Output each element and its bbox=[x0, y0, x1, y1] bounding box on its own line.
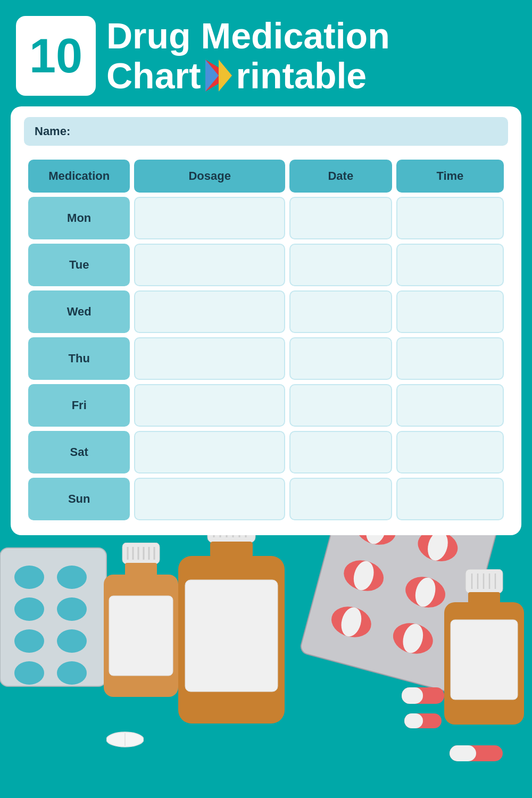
svg-rect-55 bbox=[450, 745, 476, 761]
title-line1: Drug Medication bbox=[106, 16, 390, 56]
svg-rect-3 bbox=[0, 548, 106, 686]
svg-rect-19 bbox=[125, 563, 157, 576]
svg-rect-29 bbox=[210, 542, 253, 558]
svg-point-8 bbox=[14, 629, 44, 653]
table-row: Fri bbox=[28, 384, 504, 427]
svg-rect-51 bbox=[468, 592, 500, 604]
bottle-large-icon bbox=[170, 516, 293, 729]
title-line2: Chart rintable bbox=[106, 56, 390, 96]
svg-rect-21 bbox=[109, 596, 173, 676]
svg-marker-2 bbox=[219, 60, 232, 92]
cell-wed-time[interactable] bbox=[396, 290, 504, 333]
svg-point-7 bbox=[57, 597, 87, 621]
col-dosage: Dosage bbox=[134, 160, 285, 193]
svg-point-5 bbox=[57, 566, 87, 589]
white-pill-icon bbox=[106, 732, 144, 747]
svg-rect-31 bbox=[185, 580, 278, 692]
cell-tue-time[interactable] bbox=[396, 244, 504, 286]
svg-point-6 bbox=[14, 597, 44, 621]
page-header: 10 Drug Medication Chart rintable bbox=[0, 0, 532, 106]
cell-sat-date[interactable] bbox=[289, 431, 392, 473]
cell-thu-dosage[interactable] bbox=[134, 337, 285, 380]
table-header-row: Medication Dosage Date Time bbox=[28, 160, 504, 193]
cell-thu-time[interactable] bbox=[396, 337, 504, 380]
day-sun: Sun bbox=[28, 478, 130, 520]
table-row: Tue bbox=[28, 244, 504, 286]
cell-mon-dosage[interactable] bbox=[134, 197, 285, 239]
svg-point-9 bbox=[57, 629, 87, 653]
cell-fri-date[interactable] bbox=[289, 384, 392, 427]
cell-thu-date[interactable] bbox=[289, 337, 392, 380]
medication-chart: Name: Medication Dosage Date Time Mon Tu… bbox=[11, 106, 521, 535]
col-time: Time bbox=[396, 160, 504, 193]
table-row: Mon bbox=[28, 197, 504, 239]
svg-point-11 bbox=[57, 661, 87, 685]
day-fri: Fri bbox=[28, 384, 130, 427]
number-text: 10 bbox=[29, 32, 82, 80]
cell-wed-dosage[interactable] bbox=[134, 290, 285, 333]
cell-tue-date[interactable] bbox=[289, 244, 392, 286]
col-date: Date bbox=[289, 160, 392, 193]
svg-rect-61 bbox=[404, 713, 423, 728]
table-row: Sat bbox=[28, 431, 504, 473]
table-row: Wed bbox=[28, 290, 504, 333]
cell-tue-dosage[interactable] bbox=[134, 244, 285, 286]
cell-fri-time[interactable] bbox=[396, 384, 504, 427]
cell-sun-dosage[interactable] bbox=[134, 478, 285, 520]
svg-point-10 bbox=[14, 661, 44, 685]
day-sat: Sat bbox=[28, 431, 130, 473]
cell-wed-date[interactable] bbox=[289, 290, 392, 333]
cell-mon-time[interactable] bbox=[396, 197, 504, 239]
number-badge: 10 bbox=[16, 16, 96, 96]
name-row: Name: bbox=[24, 117, 508, 146]
arrow-icon bbox=[205, 60, 232, 92]
scattered-capsule-icon bbox=[450, 743, 503, 763]
bottle-small-icon bbox=[439, 569, 529, 729]
svg-point-4 bbox=[14, 566, 44, 589]
scattered-pill-2-icon bbox=[404, 713, 442, 729]
day-thu: Thu bbox=[28, 337, 130, 380]
day-mon: Mon bbox=[28, 197, 130, 239]
cell-sat-time[interactable] bbox=[396, 431, 504, 473]
table-row: Sun bbox=[28, 478, 504, 520]
cell-sat-dosage[interactable] bbox=[134, 431, 285, 473]
decoration-area bbox=[0, 521, 532, 798]
medication-table: Medication Dosage Date Time Mon Tue Wed bbox=[24, 155, 508, 525]
cell-sun-time[interactable] bbox=[396, 478, 504, 520]
svg-rect-53 bbox=[451, 620, 518, 700]
svg-rect-59 bbox=[402, 687, 423, 704]
col-medication: Medication bbox=[28, 160, 130, 193]
day-tue: Tue bbox=[28, 244, 130, 286]
title-block: Drug Medication Chart rintable bbox=[106, 16, 390, 96]
cell-mon-date[interactable] bbox=[289, 197, 392, 239]
cell-fri-dosage[interactable] bbox=[134, 384, 285, 427]
cell-sun-date[interactable] bbox=[289, 478, 392, 520]
scattered-pill-1-icon bbox=[402, 686, 444, 705]
day-wed: Wed bbox=[28, 290, 130, 333]
table-row: Thu bbox=[28, 337, 504, 380]
